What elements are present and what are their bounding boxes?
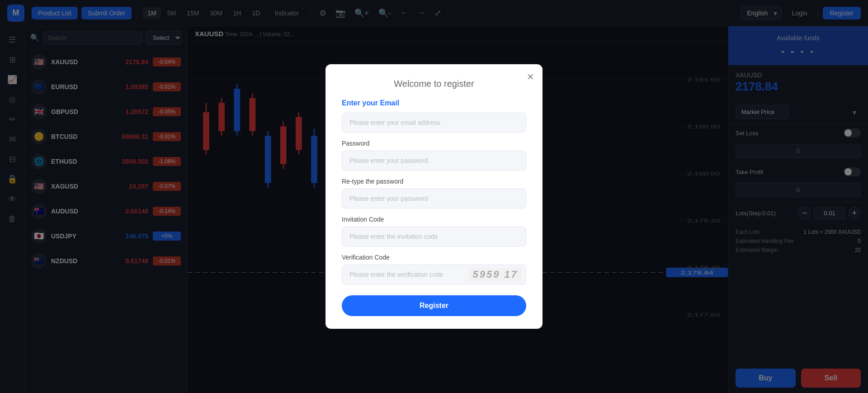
retype-label: Re-type the password [342,178,526,185]
verification-label: Verification Code [342,254,526,261]
invitation-label: Invitation Code [342,216,526,223]
password-label: Password [342,140,526,147]
modal-overlay: ✕ Welcome to register Enter your Email P… [0,0,868,393]
modal-register-button[interactable]: Register [342,295,526,316]
email-input[interactable] [342,113,526,133]
invitation-code-input[interactable] [342,227,526,246]
retype-password-input[interactable] [342,189,526,208]
modal-title: Welcome to register [342,79,526,89]
modal-close-button[interactable]: ✕ [527,71,534,82]
captcha-image: 5959 17 [469,268,522,281]
register-modal: ✕ Welcome to register Enter your Email P… [326,64,542,329]
password-input[interactable] [342,151,526,170]
email-section-title: Enter your Email [342,99,526,107]
verification-row: 5959 17 [342,265,526,284]
